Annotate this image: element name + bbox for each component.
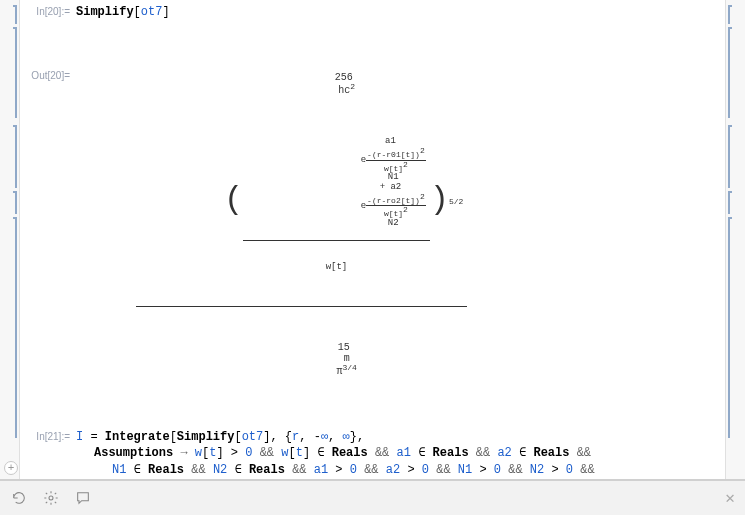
coeff-sym: hc [338,86,350,97]
exp-num: (r-r01[t]) [372,150,420,159]
exp-den-pow: 2 [403,160,408,169]
term-n1: N1 [388,172,399,182]
input-code[interactable]: I = Integrate[Simplify[ot7], {r, -∞, ∞},… [76,429,717,479]
den-coeff: 15 [338,342,350,353]
rparen-icon: ) [430,177,449,223]
notebook: In[20]:= Simplify[ot7] Out[20]= 256 hc2 [0,0,745,480]
cell-bracket[interactable] [10,28,17,118]
cell-bracket[interactable] [728,126,735,188]
exp-den: w[t] [384,163,403,172]
input-cell-20[interactable]: In[20]:= Simplify[ot7] [28,4,717,20]
in-label: In[21]:= [28,429,76,442]
close-icon[interactable]: ✕ [725,488,735,508]
cell-bracket[interactable] [10,126,17,188]
lparen-icon: ( [224,177,243,223]
inner-den: w[t] [243,261,429,273]
input-cell-21[interactable]: In[21]:= I = Integrate[Simplify[ot7], {r… [28,429,717,479]
left-bracket-gutter [0,0,20,479]
term-n2: N2 [388,218,399,228]
bottom-toolbar: ✕ [0,480,745,515]
cell-bracket[interactable] [728,28,735,118]
input-code[interactable]: Simplify[ot7] [76,4,717,20]
coeff-pow: 2 [350,82,355,91]
svg-point-0 [49,496,53,500]
in-label: In[20]:= [28,4,76,17]
outer-pow: 5/2 [449,197,463,206]
cell-bracket[interactable] [10,192,17,214]
comment-icon[interactable] [74,489,92,507]
arg-ot7: ot7 [141,5,163,19]
add-cell-button[interactable]: + [4,461,18,475]
gear-icon[interactable] [42,489,60,507]
right-bracket-gutter [725,0,745,479]
den-pow: 3/4 [342,363,356,372]
exp-den: w[t] [384,209,403,218]
plus-a2: + a2 [380,182,402,192]
exp-pow: 2 [420,192,425,201]
cell-bracket[interactable] [728,6,735,24]
cell-bracket[interactable] [728,192,735,214]
output-cell-20: Out[20]= 256 hc2 ( a1 [28,28,717,421]
term-a1: a1 [385,136,396,146]
exp-pow: 2 [420,146,425,155]
cell-bracket[interactable] [728,218,735,438]
refresh-icon[interactable] [10,489,28,507]
cell-bracket[interactable] [10,6,17,24]
out-label: Out[20]= [28,28,76,81]
fn-simplify: Simplify [76,5,134,19]
exp-num: (r-ro2[t]) [372,195,420,204]
output-expression: 256 hc2 ( a1 e-(r-r01[t])2w[t]2 N1 [76,28,717,421]
notebook-content: In[20]:= Simplify[ot7] Out[20]= 256 hc2 [20,0,725,479]
exp-den-pow: 2 [403,205,408,214]
cell-bracket[interactable] [10,218,17,438]
